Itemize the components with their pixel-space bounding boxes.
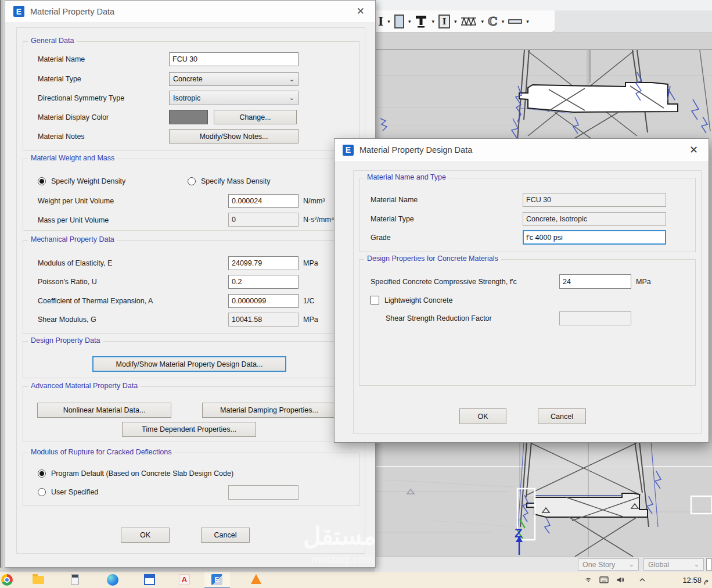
lightweight-concrete-checkbox[interactable] <box>371 296 379 304</box>
rect-section-tool-icon[interactable] <box>394 15 404 28</box>
mass-per-volume-input: 0 <box>228 213 299 227</box>
thermal-coeff-input[interactable]: 0.0000099 <box>228 294 299 308</box>
folder-tab <box>33 574 38 576</box>
ok-button[interactable]: OK <box>459 408 506 424</box>
selected-slab-top <box>519 83 678 112</box>
keyboard-icon[interactable] <box>599 576 609 583</box>
mass-unit: N-s²/mm⁴ <box>303 216 334 224</box>
channel-dropdown-icon[interactable]: ▾ <box>502 19 505 24</box>
chevron-down-icon: ⌄ <box>694 561 699 568</box>
program-default-label: Program Default (Based on Concrete Slab … <box>51 469 233 478</box>
shear-reduction-input <box>559 311 631 325</box>
material-name-input[interactable]: FCU 30 <box>169 52 299 66</box>
wideflange-section-tool-icon[interactable]: I <box>438 15 450 28</box>
status-bar: One Story ⌄ Global ⌄ <box>375 557 712 572</box>
story-selector[interactable]: One Story ⌄ <box>578 558 639 571</box>
material-type-value: Concrete <box>173 75 203 83</box>
wideflange-dropdown-icon[interactable]: ▾ <box>454 19 457 24</box>
dialog1-titlebar: E Material Property Data ✕ <box>5 1 375 22</box>
group-title: Design Properties for Concrete Materials <box>364 254 501 263</box>
taskbar-clock[interactable]: 12:58 م <box>662 572 709 588</box>
bar-section-dropdown-icon[interactable]: ▾ <box>526 19 529 24</box>
i-section-dropdown-icon[interactable]: ▾ <box>387 19 390 24</box>
fc-label: Specified Concrete Compressive Strength,… <box>371 278 517 286</box>
etabs-icon[interactable]: E <box>211 574 222 585</box>
time-dependent-button[interactable]: Time Dependent Properties... <box>122 422 256 437</box>
app-window-icon[interactable] <box>144 574 155 585</box>
material-damping-button[interactable]: Material Damping Properties... <box>202 403 336 418</box>
speaker-icon[interactable] <box>616 576 625 584</box>
close-icon[interactable]: ✕ <box>354 5 367 17</box>
specify-weight-density-radio[interactable] <box>38 177 46 185</box>
poisson-input[interactable]: 0.2 <box>228 275 299 289</box>
material-name-label: Material Name <box>38 55 85 63</box>
chevron-down-icon: ⌄ <box>289 76 294 83</box>
material-color-swatch[interactable] <box>169 110 208 124</box>
specify-weight-density-label: Specify Weight Density <box>51 177 125 185</box>
chrome-icon-center <box>4 577 10 583</box>
modulus-e-label: Modulus of Elasticity, E <box>38 259 112 267</box>
mass-per-volume-label: Mass per Unit Volume <box>38 216 109 224</box>
ok-button[interactable]: OK <box>121 528 170 543</box>
vlc-icon[interactable] <box>251 574 261 584</box>
design-material-name-label: Material Name <box>371 196 418 204</box>
cancel-button[interactable]: Cancel <box>201 528 250 543</box>
toolbar-empty-area <box>555 10 712 33</box>
edge-icon[interactable] <box>107 574 118 586</box>
bar-section-tool-icon[interactable] <box>508 19 522 24</box>
group-title: Design Property Data <box>28 336 103 345</box>
calculator-screen <box>72 575 78 578</box>
modulus-e-input[interactable]: 24099.79 <box>228 256 299 270</box>
group-title: General Data <box>28 37 77 45</box>
modify-notes-button[interactable]: Modify/Show Notes... <box>169 129 299 144</box>
close-icon[interactable]: ✕ <box>687 144 700 156</box>
group-title: Modulus of Rupture for Cracked Deflectio… <box>28 448 174 456</box>
calculator-icon[interactable] <box>71 574 79 585</box>
units-selector-partial[interactable] <box>706 558 712 571</box>
dialog1-title: Material Property Data <box>30 7 114 16</box>
truss-section-tool-icon[interactable] <box>461 17 477 26</box>
story-selector-value: One Story <box>582 561 615 569</box>
modify-design-data-button[interactable]: Modify/Show Material Property Design Dat… <box>92 356 286 372</box>
channel-section-tool-icon[interactable]: C <box>488 14 498 28</box>
caret-up-icon[interactable] <box>639 578 646 582</box>
chrome-icon[interactable] <box>1 574 13 586</box>
clock-time: 12:58 <box>682 576 702 585</box>
etabs-logo-icon: E <box>13 6 24 17</box>
symmetry-type-select[interactable]: Isotropic ⌄ <box>169 91 299 105</box>
menu-strip <box>375 0 712 10</box>
specify-mass-density-label: Specify Mass Density <box>201 177 270 185</box>
fc-input[interactable]: 24 <box>559 274 631 289</box>
dialog2-title: Material Property Design Data <box>359 145 472 155</box>
group-title: Material Name and Type <box>364 173 449 181</box>
program-default-radio[interactable] <box>38 469 46 478</box>
rect-section-dropdown-icon[interactable]: ▾ <box>408 19 411 24</box>
file-explorer-icon[interactable] <box>33 576 44 584</box>
symmetry-type-label: Directional Symmetry Type <box>38 94 124 102</box>
tee-section-dropdown-icon[interactable]: ▾ <box>431 19 434 24</box>
nonlinear-material-button[interactable]: Nonlinear Material Data... <box>37 403 171 418</box>
weight-unit: N/mm³ <box>303 197 325 205</box>
user-specified-radio[interactable] <box>38 488 46 496</box>
truss-dropdown-icon[interactable]: ▾ <box>481 19 484 24</box>
i-section-tool-icon[interactable]: I <box>378 15 383 28</box>
specify-mass-density-radio[interactable] <box>188 177 196 185</box>
etabs-logo-icon: E <box>343 145 354 156</box>
material-type-select[interactable]: Concrete ⌄ <box>169 72 299 86</box>
group-title: Advanced Material Property Data <box>28 382 141 390</box>
modulus-e-unit: MPa <box>303 259 318 267</box>
tee-section-tool-icon[interactable] <box>415 15 427 28</box>
wifi-icon[interactable] <box>584 576 592 583</box>
cancel-button[interactable]: Cancel <box>538 408 586 424</box>
window-edge-strip <box>0 0 5 568</box>
change-color-button[interactable]: Change... <box>214 110 297 124</box>
section-toolbar: I ▾ ▾ ▾ I ▾ ▾ C ▾ ▾ <box>375 10 555 33</box>
coord-system-selector[interactable]: Global ⌄ <box>643 558 704 571</box>
grade-input[interactable]: f'c 4000 psi <box>523 230 666 245</box>
symmetry-type-value: Isotropic <box>173 94 200 102</box>
group-title: Material Weight and Mass <box>28 154 117 162</box>
shear-reduction-label: Shear Strength Reduction Factor <box>386 314 492 322</box>
weight-per-volume-input[interactable]: 0.000024 <box>228 194 299 208</box>
autocad-icon[interactable]: A <box>179 574 190 585</box>
thermal-coeff-label: Coefficient of Thermal Expansion, A <box>38 297 153 305</box>
